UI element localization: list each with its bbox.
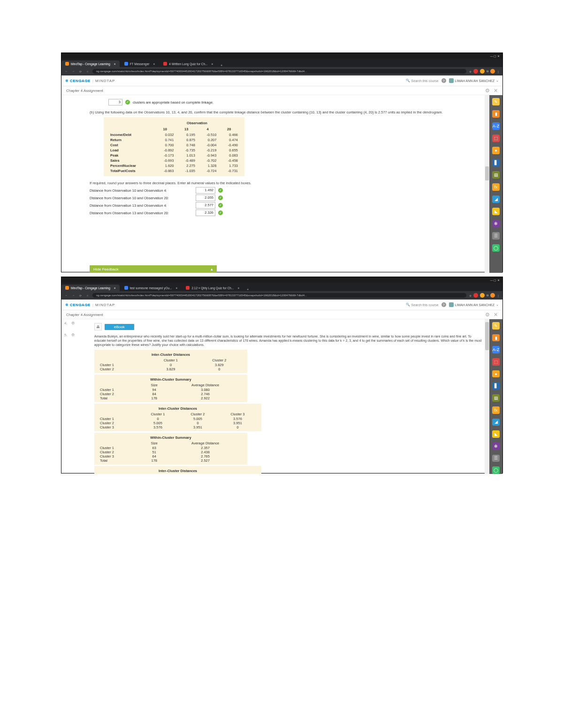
app-rail: ✎▮A-Z⬚●▋▤fx◢◣✻☰◯ (489, 319, 502, 474)
browser-tab[interactable]: 2.12 » Qtrly Long Quiz for Ch...× (182, 285, 243, 291)
breadcrumb: Chapter 4 Assignment (66, 89, 103, 93)
close-tab-icon[interactable]: × (176, 286, 178, 290)
reload-icon[interactable]: ⟳ (78, 69, 83, 74)
rail-icon[interactable]: ◢ (492, 195, 500, 203)
browser-tab[interactable]: FT Messenger× (121, 60, 159, 67)
rail-icon[interactable]: ◣ (492, 430, 500, 438)
distance-input[interactable]: 2.326 (196, 210, 215, 216)
close-tab-icon[interactable]: × (211, 62, 213, 66)
rail-icon[interactable]: ◯ (492, 244, 500, 252)
scrollbar[interactable] (485, 95, 489, 273)
rail-icon[interactable]: fx (492, 183, 500, 191)
close-tab-icon[interactable]: × (237, 286, 239, 290)
avatar-icon[interactable] (490, 69, 495, 74)
new-tab-button[interactable]: + (244, 288, 251, 291)
hide-feedback-button[interactable]: Hide Feedback▴ (90, 265, 217, 273)
rail-icon[interactable]: ✎ (492, 322, 500, 330)
back-icon[interactable]: ← (64, 293, 68, 298)
star-icon[interactable]: ☆ (469, 294, 472, 297)
help-icon[interactable]: ? (441, 302, 446, 307)
question-nav[interactable]: 5.⚙ (64, 333, 75, 337)
content-area: 3 ✓ clusters are appropriate based on co… (61, 95, 489, 273)
rail-icon[interactable]: ▋ (492, 159, 500, 166)
gear-icon[interactable]: ⚙ (485, 88, 490, 94)
ext-icon-1[interactable] (473, 293, 478, 298)
answer-input-a[interactable]: 3 (108, 99, 122, 105)
address-bar[interactable]: ng.cengage.com/static/nb/ui/evo/index.ht… (92, 293, 466, 298)
rail-icon[interactable]: ● (492, 147, 500, 154)
distance-label: Distance from Observation 13 and Observa… (90, 203, 193, 208)
search-course[interactable]: 🔍Search this course (406, 79, 439, 83)
user-menu[interactable]: LIMAH ANN AH SANCHEZ ⌄ (449, 302, 499, 307)
rail-icon[interactable]: A-Z (492, 346, 500, 353)
rail-icon[interactable]: ▮ (492, 334, 500, 342)
close-tab-icon[interactable]: × (153, 62, 155, 66)
reload-icon[interactable]: ⟳ (78, 293, 83, 298)
search-icon: 🔍 (406, 303, 410, 307)
address-bar[interactable]: ng.cengage.com/static/nb/ui/evo/index.ht… (92, 69, 466, 74)
close-icon[interactable]: ✕ (494, 312, 498, 318)
rail-icon[interactable]: ● (492, 370, 500, 378)
ext-puzzle-icon[interactable]: ⧉ (487, 294, 488, 297)
rail-icon[interactable]: ▋ (492, 382, 500, 390)
instruction-text: If required, round your answers to three… (90, 181, 484, 185)
rail-icon[interactable]: ☰ (492, 455, 500, 462)
rail-icon[interactable]: ✎ (492, 98, 500, 105)
rail-icon[interactable]: ⬚ (492, 358, 500, 366)
rail-icon[interactable]: ◢ (492, 419, 500, 426)
browser-tab[interactable]: test someone messaged yOu...× (121, 285, 182, 291)
breadcrumb: Chapter 4 Assignment (66, 313, 103, 317)
rail-icon[interactable]: ✻ (492, 443, 500, 450)
home-icon[interactable]: ⌂ (85, 293, 90, 298)
menu-icon[interactable]: ⋮ (497, 294, 500, 297)
ext-puzzle-icon[interactable]: ⧉ (487, 70, 488, 73)
browser-tab[interactable]: MindTap - Cengage Learning× (61, 285, 120, 291)
search-course[interactable]: 🔍Search this course (406, 303, 439, 307)
browser-tab[interactable]: MindTap - Cengage Learning× (61, 60, 120, 67)
ext-icon-1[interactable] (473, 69, 478, 74)
back-icon[interactable]: ← (64, 69, 68, 74)
help-icon[interactable]: ? (441, 78, 446, 83)
scrollbar[interactable] (485, 319, 489, 474)
rail-icon[interactable]: ☰ (492, 232, 500, 240)
distance-input[interactable]: 2.055 (196, 195, 215, 201)
browser-chrome: MindTap - Cengage Learning×test someone … (61, 283, 502, 300)
rail-icon[interactable]: ▤ (492, 171, 500, 179)
rail-icon[interactable]: ✻ (492, 220, 500, 227)
rail-icon[interactable]: ▤ (492, 394, 500, 402)
window-titlebar: — ▢ ✕ (61, 277, 502, 283)
home-icon[interactable]: ⌂ (85, 69, 90, 74)
forward-icon[interactable]: → (71, 293, 76, 298)
browser-tab[interactable]: 4 Written Long Quiz for Ch...× (160, 60, 217, 67)
print-icon[interactable]: 🖶 (94, 323, 102, 330)
rail-icon[interactable]: ⬚ (492, 135, 500, 142)
favicon (65, 62, 69, 66)
forward-icon[interactable]: → (71, 69, 76, 74)
menu-icon[interactable]: ⋮ (497, 70, 500, 73)
ext-icon-2[interactable] (480, 69, 485, 74)
favicon (163, 62, 167, 66)
gear-icon[interactable]: ⚙ (485, 312, 490, 318)
avatar-icon[interactable] (490, 293, 495, 298)
question-nav[interactable]: 4.⚙ (64, 321, 75, 325)
star-icon[interactable]: ☆ (469, 70, 472, 73)
gear-icon[interactable]: ⚙ (71, 321, 75, 325)
cengage-logo-icon: ❋ (65, 79, 68, 83)
user-menu[interactable]: LIMAH ANN AH SANCHEZ ⌄ (449, 78, 499, 83)
rail-icon[interactable]: ◯ (492, 466, 500, 474)
close-tab-icon[interactable]: × (114, 62, 116, 66)
search-icon: 🔍 (406, 79, 410, 83)
gear-icon[interactable]: ⚙ (71, 333, 75, 337)
ext-icon-2[interactable] (480, 293, 485, 298)
new-tab-button[interactable]: + (218, 64, 225, 67)
close-icon[interactable]: ✕ (494, 88, 498, 94)
distance-input[interactable]: 2.577 (196, 202, 215, 209)
rail-icon[interactable]: A-Z (492, 122, 500, 130)
rail-icon[interactable]: ▮ (492, 110, 500, 118)
rail-icon[interactable]: fx (492, 406, 500, 414)
rail-icon[interactable]: ◣ (492, 208, 500, 215)
problem-text: Amanda Boleyn, an entrepreneur who recen… (94, 334, 484, 347)
close-tab-icon[interactable]: × (114, 286, 116, 290)
distance-input[interactable]: 1.492 (196, 187, 215, 194)
ebook-button[interactable]: eBook (105, 324, 134, 330)
